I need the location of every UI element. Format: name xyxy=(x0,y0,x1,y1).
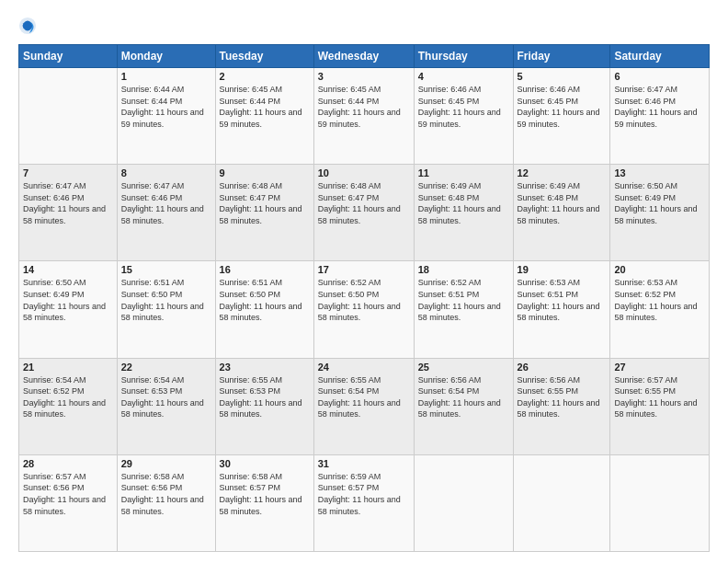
day-number: 23 xyxy=(220,362,310,373)
day-cell: 8Sunrise: 6:47 AMSunset: 6:46 PMDaylight… xyxy=(117,165,215,261)
day-info: Sunrise: 6:47 AMSunset: 6:46 PMDaylight:… xyxy=(23,180,113,226)
day-cell: 14Sunrise: 6:50 AMSunset: 6:49 PMDayligh… xyxy=(19,261,118,358)
day-info: Sunrise: 6:51 AMSunset: 6:50 PMDaylight:… xyxy=(220,277,310,323)
day-cell xyxy=(414,454,513,551)
day-cell: 3Sunrise: 6:45 AMSunset: 6:44 PMDaylight… xyxy=(313,68,414,165)
day-cell: 11Sunrise: 6:49 AMSunset: 6:48 PMDayligh… xyxy=(414,165,513,261)
day-cell: 10Sunrise: 6:48 AMSunset: 6:47 PMDayligh… xyxy=(313,165,414,261)
day-info: Sunrise: 6:48 AMSunset: 6:47 PMDaylight:… xyxy=(318,180,410,226)
day-number: 30 xyxy=(220,458,310,469)
day-number: 25 xyxy=(418,362,509,373)
day-info: Sunrise: 6:52 AMSunset: 6:51 PMDaylight:… xyxy=(418,277,509,323)
week-row-4: 28Sunrise: 6:57 AMSunset: 6:56 PMDayligh… xyxy=(19,454,710,551)
day-cell: 17Sunrise: 6:52 AMSunset: 6:50 PMDayligh… xyxy=(313,261,414,358)
day-info: Sunrise: 6:59 AMSunset: 6:57 PMDaylight:… xyxy=(318,471,410,517)
day-number: 15 xyxy=(121,264,211,275)
day-cell: 23Sunrise: 6:55 AMSunset: 6:53 PMDayligh… xyxy=(215,358,313,454)
day-cell: 13Sunrise: 6:50 AMSunset: 6:49 PMDayligh… xyxy=(610,165,710,261)
day-number: 14 xyxy=(23,264,113,275)
day-info: Sunrise: 6:53 AMSunset: 6:52 PMDaylight:… xyxy=(614,277,705,323)
day-number: 10 xyxy=(318,167,410,178)
day-cell: 15Sunrise: 6:51 AMSunset: 6:50 PMDayligh… xyxy=(117,261,215,358)
day-info: Sunrise: 6:54 AMSunset: 6:53 PMDaylight:… xyxy=(121,374,211,420)
header-cell-saturday: Saturday xyxy=(610,45,710,68)
day-number: 3 xyxy=(318,71,410,82)
day-cell: 18Sunrise: 6:52 AMSunset: 6:51 PMDayligh… xyxy=(414,261,513,358)
day-info: Sunrise: 6:56 AMSunset: 6:55 PMDaylight:… xyxy=(518,374,607,420)
day-number: 26 xyxy=(518,362,607,373)
day-info: Sunrise: 6:46 AMSunset: 6:45 PMDaylight:… xyxy=(518,84,607,130)
week-row-3: 21Sunrise: 6:54 AMSunset: 6:52 PMDayligh… xyxy=(19,358,710,454)
logo-icon xyxy=(18,17,37,35)
week-row-1: 7Sunrise: 6:47 AMSunset: 6:46 PMDaylight… xyxy=(19,165,710,261)
day-info: Sunrise: 6:45 AMSunset: 6:44 PMDaylight:… xyxy=(318,84,410,130)
day-info: Sunrise: 6:55 AMSunset: 6:53 PMDaylight:… xyxy=(220,374,310,420)
header-cell-sunday: Sunday xyxy=(19,45,118,68)
header-cell-tuesday: Tuesday xyxy=(215,45,313,68)
week-row-2: 14Sunrise: 6:50 AMSunset: 6:49 PMDayligh… xyxy=(19,261,710,358)
day-cell: 4Sunrise: 6:46 AMSunset: 6:45 PMDaylight… xyxy=(414,68,513,165)
day-info: Sunrise: 6:58 AMSunset: 6:56 PMDaylight:… xyxy=(121,471,211,517)
day-info: Sunrise: 6:54 AMSunset: 6:52 PMDaylight:… xyxy=(23,374,113,420)
day-info: Sunrise: 6:56 AMSunset: 6:54 PMDaylight:… xyxy=(418,374,509,420)
logo xyxy=(18,17,39,35)
day-number: 20 xyxy=(614,264,705,275)
day-number: 21 xyxy=(23,362,113,373)
day-number: 13 xyxy=(614,167,705,178)
day-number: 18 xyxy=(418,264,509,275)
header xyxy=(18,17,710,35)
day-number: 22 xyxy=(121,362,211,373)
day-info: Sunrise: 6:55 AMSunset: 6:54 PMDaylight:… xyxy=(318,374,410,420)
day-info: Sunrise: 6:45 AMSunset: 6:44 PMDaylight:… xyxy=(220,84,310,130)
day-number: 4 xyxy=(418,71,509,82)
day-number: 12 xyxy=(518,167,607,178)
day-cell: 1Sunrise: 6:44 AMSunset: 6:44 PMDaylight… xyxy=(117,68,215,165)
day-info: Sunrise: 6:49 AMSunset: 6:48 PMDaylight:… xyxy=(418,180,509,226)
day-cell xyxy=(610,454,710,551)
day-info: Sunrise: 6:50 AMSunset: 6:49 PMDaylight:… xyxy=(614,180,705,226)
day-number: 1 xyxy=(121,71,211,82)
day-cell: 16Sunrise: 6:51 AMSunset: 6:50 PMDayligh… xyxy=(215,261,313,358)
day-info: Sunrise: 6:57 AMSunset: 6:55 PMDaylight:… xyxy=(614,374,705,420)
day-cell: 12Sunrise: 6:49 AMSunset: 6:48 PMDayligh… xyxy=(513,165,610,261)
day-cell: 25Sunrise: 6:56 AMSunset: 6:54 PMDayligh… xyxy=(414,358,513,454)
day-info: Sunrise: 6:51 AMSunset: 6:50 PMDaylight:… xyxy=(121,277,211,323)
day-number: 6 xyxy=(614,71,705,82)
day-cell: 2Sunrise: 6:45 AMSunset: 6:44 PMDaylight… xyxy=(215,68,313,165)
day-cell: 28Sunrise: 6:57 AMSunset: 6:56 PMDayligh… xyxy=(19,454,118,551)
day-cell: 31Sunrise: 6:59 AMSunset: 6:57 PMDayligh… xyxy=(313,454,414,551)
day-info: Sunrise: 6:46 AMSunset: 6:45 PMDaylight:… xyxy=(418,84,509,130)
day-info: Sunrise: 6:47 AMSunset: 6:46 PMDaylight:… xyxy=(121,180,211,226)
day-number: 19 xyxy=(518,264,607,275)
day-cell: 19Sunrise: 6:53 AMSunset: 6:51 PMDayligh… xyxy=(513,261,610,358)
day-cell: 21Sunrise: 6:54 AMSunset: 6:52 PMDayligh… xyxy=(19,358,118,454)
header-cell-wednesday: Wednesday xyxy=(313,45,414,68)
page: SundayMondayTuesdayWednesdayThursdayFrid… xyxy=(0,0,728,563)
week-row-0: 1Sunrise: 6:44 AMSunset: 6:44 PMDaylight… xyxy=(19,68,710,165)
day-cell xyxy=(513,454,610,551)
day-number: 16 xyxy=(220,264,310,275)
day-number: 31 xyxy=(318,458,410,469)
header-cell-friday: Friday xyxy=(513,45,610,68)
day-cell: 30Sunrise: 6:58 AMSunset: 6:57 PMDayligh… xyxy=(215,454,313,551)
day-cell: 27Sunrise: 6:57 AMSunset: 6:55 PMDayligh… xyxy=(610,358,710,454)
header-cell-thursday: Thursday xyxy=(414,45,513,68)
day-cell: 20Sunrise: 6:53 AMSunset: 6:52 PMDayligh… xyxy=(610,261,710,358)
day-number: 2 xyxy=(220,71,310,82)
day-cell: 6Sunrise: 6:47 AMSunset: 6:46 PMDaylight… xyxy=(610,68,710,165)
day-cell: 22Sunrise: 6:54 AMSunset: 6:53 PMDayligh… xyxy=(117,358,215,454)
day-info: Sunrise: 6:52 AMSunset: 6:50 PMDaylight:… xyxy=(318,277,410,323)
calendar-table: SundayMondayTuesdayWednesdayThursdayFrid… xyxy=(18,44,710,552)
day-info: Sunrise: 6:53 AMSunset: 6:51 PMDaylight:… xyxy=(518,277,607,323)
day-info: Sunrise: 6:50 AMSunset: 6:49 PMDaylight:… xyxy=(23,277,113,323)
day-info: Sunrise: 6:47 AMSunset: 6:46 PMDaylight:… xyxy=(614,84,705,130)
day-number: 8 xyxy=(121,167,211,178)
day-cell: 26Sunrise: 6:56 AMSunset: 6:55 PMDayligh… xyxy=(513,358,610,454)
day-cell: 29Sunrise: 6:58 AMSunset: 6:56 PMDayligh… xyxy=(117,454,215,551)
day-cell: 9Sunrise: 6:48 AMSunset: 6:47 PMDaylight… xyxy=(215,165,313,261)
day-number: 9 xyxy=(220,167,310,178)
logo-text xyxy=(18,17,39,35)
day-cell: 24Sunrise: 6:55 AMSunset: 6:54 PMDayligh… xyxy=(313,358,414,454)
day-number: 5 xyxy=(518,71,607,82)
day-number: 7 xyxy=(23,167,113,178)
